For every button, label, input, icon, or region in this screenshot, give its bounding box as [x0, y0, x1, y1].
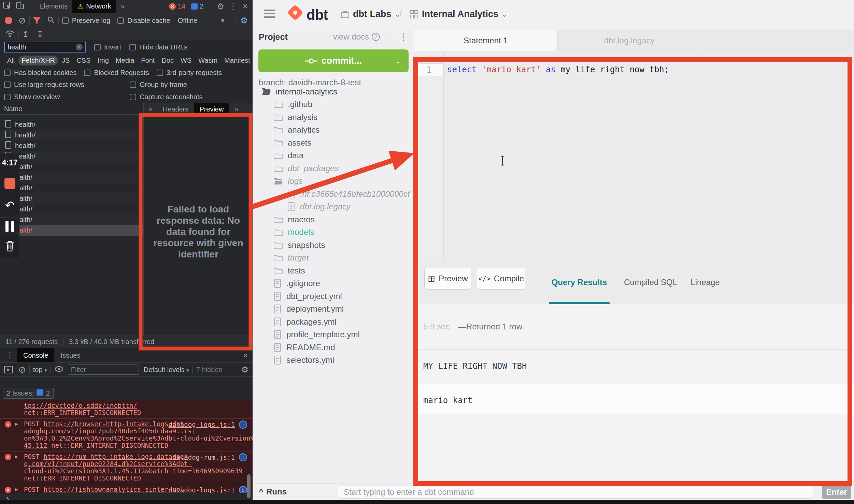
filter-pill-ws[interactable]: WS: [177, 56, 195, 65]
error-url-link[interactable]: https://rum-http-intake.logs.datadogh: [43, 453, 188, 460]
error-url-link[interactable]: adoghq.com/v1/input/pub740de5f405dcdaa9.…: [24, 427, 196, 435]
tree-item-macros[interactable]: macros: [253, 213, 414, 226]
expand-triangle-icon[interactable]: ▶: [15, 421, 18, 427]
tab-console[interactable]: Console: [17, 348, 54, 362]
tab-headers[interactable]: Headers: [157, 103, 194, 115]
initiator-badge-icon[interactable]: i: [239, 420, 247, 429]
compile-button[interactable]: </> Compile: [477, 268, 525, 290]
close-details-icon[interactable]: ×: [144, 105, 157, 113]
console-kebab-icon[interactable]: ⋮: [3, 351, 17, 360]
issues-bar[interactable]: 2 Issues: 2: [3, 388, 54, 399]
tree-item-target[interactable]: target: [253, 252, 414, 265]
tab-compiled-sql[interactable]: Compiled SQL: [623, 262, 678, 302]
device-toolbar-icon[interactable]: [16, 1, 25, 11]
filter-pill-wasm[interactable]: Wasm: [195, 56, 220, 65]
filter-funnel-icon[interactable]: [33, 17, 41, 24]
tree-item-deployment-yml[interactable]: deployment.yml: [253, 303, 414, 316]
request-row-alth-10[interactable]: alth/: [0, 225, 143, 236]
issues-count-badge[interactable]: 2: [191, 2, 203, 10]
throttling-chevron-icon[interactable]: ▾: [221, 16, 224, 25]
console-filter-input[interactable]: Filter: [68, 365, 139, 375]
tab-query-results[interactable]: Query Results: [549, 262, 610, 302]
initiator-badge-icon[interactable]: i: [239, 453, 247, 461]
request-row-health-0[interactable]: health/: [0, 119, 143, 130]
checkbox-use-large-request-rows[interactable]: Use large request rows: [4, 81, 130, 89]
request-row-alth-5[interactable]: alth/: [0, 172, 143, 183]
console-error-1[interactable]: ✕▶POST https://browser-http-intake.logs.…: [0, 418, 253, 451]
preview-button[interactable]: ⊞ Preview: [424, 268, 471, 290]
tree-item-tests[interactable]: tests: [253, 264, 414, 277]
context-selector[interactable]: top ▾: [33, 366, 47, 374]
clear-network-log-icon[interactable]: ⊘: [18, 15, 26, 26]
tab-elements[interactable]: Elements: [34, 0, 72, 13]
tree-item-github[interactable]: .github: [253, 98, 414, 111]
console-scrollbar[interactable]: [247, 474, 251, 498]
tree-item-analytics[interactable]: analytics: [253, 124, 414, 137]
checkbox-3rd-party-requests[interactable]: 3rd-party requests: [157, 69, 222, 77]
error-url-link[interactable]: cloud-ui%2Cversion%3A1.1.45.112&batch_ti…: [24, 467, 243, 475]
tree-item-dbt-project-yml[interactable]: dbt_project.yml: [253, 290, 414, 303]
tree-item-dbt-log-legacy[interactable]: dbt.log.legacy: [253, 201, 414, 213]
settings-gear-icon[interactable]: ⚙: [217, 2, 224, 11]
tree-item-snapshots[interactable]: snapshots: [253, 239, 414, 252]
checkbox-show-overview[interactable]: Show overview: [4, 93, 130, 101]
commit-button[interactable]: commit... ⌄: [258, 49, 409, 72]
view-docs-link[interactable]: view docs ?: [333, 32, 380, 42]
more-tabs-chevron[interactable]: »: [116, 0, 129, 13]
error-source-link[interactable]: datadog-logs.js:1: [169, 486, 235, 493]
checkbox-has-blocked-cookies[interactable]: Has blocked cookies: [4, 69, 76, 77]
inspect-element-icon[interactable]: [3, 1, 12, 11]
tree-item-profile-template-yml[interactable]: profile_template.yml: [253, 328, 414, 341]
filter-pill-fetch-xhr[interactable]: Fetch/XHR: [18, 56, 58, 65]
enter-button[interactable]: Enter: [822, 485, 851, 499]
kebab-menu-icon[interactable]: ⋮: [229, 2, 237, 11]
console-error-2[interactable]: ✕▶POST https://rum-http-intake.logs.data…: [0, 451, 253, 484]
tab-network[interactable]: ⚠ Network: [72, 0, 116, 13]
network-settings-gear-icon[interactable]: ⚙: [240, 16, 248, 25]
import-har-icon[interactable]: ↥: [22, 29, 29, 39]
dbt-command-input[interactable]: Start typing to enter a dbt command: [338, 486, 813, 499]
error-url-link[interactable]: q.com/v1/input/pube02284…d%2Cservice%3Ad…: [24, 460, 192, 468]
pause-recording-icon[interactable]: [0, 221, 19, 232]
checkbox-group-by-frame[interactable]: Group by frame: [130, 81, 187, 89]
sidebar-kebab-icon[interactable]: ⋮: [399, 32, 408, 42]
hide-data-urls-checkbox[interactable]: Hide data URLs: [129, 43, 187, 51]
request-row-health-1[interactable]: health/: [0, 130, 143, 140]
filter-pill-manifest[interactable]: Manifest: [221, 56, 253, 65]
tab-statement-1[interactable]: Statement 1: [414, 30, 558, 51]
initiator-badge-icon[interactable]: i: [239, 486, 247, 493]
tree-item-assets[interactable]: assets: [253, 136, 414, 149]
request-row-alth-8[interactable]: alth/: [0, 204, 143, 214]
network-conditions-icon[interactable]: [5, 29, 15, 39]
tab-issues[interactable]: Issues: [54, 348, 86, 362]
stop-recording-button[interactable]: [0, 178, 19, 189]
error-url-link[interactable]: https://fishtownanalytics.sinter-col: [43, 486, 184, 493]
tab-preview[interactable]: Preview: [194, 103, 229, 115]
tree-item-dbt-packages[interactable]: dbt_packages: [253, 162, 414, 175]
invert-checkbox[interactable]: Invert: [94, 43, 121, 51]
filter-pill-js[interactable]: JS: [59, 56, 73, 65]
request-row-alth-6[interactable]: alth/: [0, 183, 143, 193]
tree-item-readme-md[interactable]: README.md: [253, 341, 414, 354]
request-row-alth-7[interactable]: alth/: [0, 193, 143, 204]
tree-item-analysis[interactable]: analysis: [253, 111, 414, 124]
expand-triangle-icon[interactable]: ▶: [15, 486, 18, 492]
error-url-link[interactable]: https://browser-http-intake.logs.dat: [43, 420, 184, 428]
tree-item-gitignore[interactable]: .gitignore: [253, 277, 414, 290]
filter-pill-css[interactable]: CSS: [73, 56, 94, 65]
tab-lineage[interactable]: Lineage: [688, 262, 722, 302]
hamburger-menu-icon[interactable]: [264, 10, 275, 18]
request-row-alth-9[interactable]: alth/: [0, 214, 143, 225]
tree-item-data[interactable]: data: [253, 149, 414, 162]
error-url-link[interactable]: tps://dcvctod/o.sddz/incbttn/: [24, 402, 137, 409]
commit-dropdown-chevron[interactable]: ⌄: [395, 57, 401, 65]
throttling-dropdown[interactable]: Offline: [178, 17, 197, 25]
close-console-icon[interactable]: ×: [243, 351, 248, 360]
export-har-icon[interactable]: ↧: [37, 29, 43, 39]
live-expression-eye-icon[interactable]: [54, 365, 64, 374]
checkbox-blocked-requests[interactable]: Blocked Requests: [84, 69, 149, 77]
filter-pill-all[interactable]: All: [4, 56, 18, 65]
filter-pill-doc[interactable]: Doc: [158, 56, 177, 65]
console-error-3[interactable]: ✕▶POST https://fishtownanalytics.sinter-…: [0, 484, 253, 493]
clear-filter-icon[interactable]: ×: [76, 44, 83, 50]
